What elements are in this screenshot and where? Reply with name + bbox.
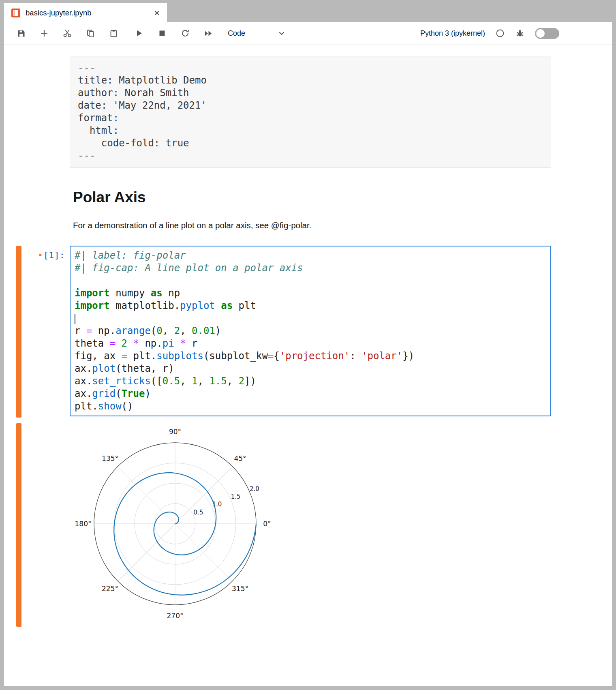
output-collapser-bar[interactable] [16, 423, 21, 627]
svg-text:2.0: 2.0 [250, 485, 259, 493]
code-line: import numpy as np [75, 287, 546, 300]
kernel-status-icon [495, 28, 505, 38]
code-line: import matplotlib.pyplot as plt [75, 300, 546, 312]
code-line [75, 312, 546, 325]
raw-cell-line: author: Norah Smith [78, 87, 543, 99]
svg-text:225°: 225° [102, 585, 118, 593]
code-line: plt.show() [75, 400, 546, 413]
svg-text:135°: 135° [102, 454, 118, 463]
run-cell-icon[interactable] [134, 28, 144, 38]
notebook-toolbar: Code Python 3 (ipykernel) [4, 22, 612, 45]
svg-text:1.0: 1.0 [212, 501, 222, 508]
raw-cell-line: --- [78, 62, 543, 74]
cut-cells-icon[interactable] [62, 28, 72, 38]
code-editor[interactable]: #| label: fig-polar#| fig-cap: A line pl… [70, 246, 551, 416]
svg-text:315°: 315° [232, 585, 248, 593]
notebook-file-icon [11, 9, 20, 17]
simple-mode-toggle[interactable] [535, 28, 559, 39]
restart-kernel-icon[interactable] [180, 28, 190, 38]
tab-bar: basics-jupyter.ipynb × [0, 0, 616, 22]
raw-cell-line: code-fold: true [78, 137, 543, 150]
text-cursor [75, 314, 75, 324]
svg-text:270°: 270° [167, 612, 184, 620]
tab-close-icon[interactable]: × [154, 8, 160, 18]
raw-cell-line: --- [78, 150, 543, 162]
code-line: r = np.arange(0, 2, 0.01) [75, 325, 546, 337]
save-icon[interactable] [16, 28, 26, 38]
code-line: #| label: fig-polar [75, 249, 546, 262]
raw-cell-line: title: Matplotlib Demo [78, 74, 543, 87]
copy-cells-icon[interactable] [86, 28, 95, 38]
yaml-raw-cell[interactable]: ---title: Matplotlib Demoauthor: Norah S… [70, 56, 551, 168]
code-line: #| fig-cap: A line plot on a polar axis [75, 262, 546, 274]
output-cell: 0°45°90°135°180°225°270°315°0.51.01.52.0 [4, 423, 612, 630]
code-line [75, 274, 546, 287]
code-line: ax.grid(True) [75, 388, 546, 400]
code-cell: •[1]: #| label: fig-polar#| fig-cap: A l… [4, 246, 612, 416]
modified-dot: • [38, 250, 43, 260]
notebook-tab[interactable]: basics-jupyter.ipynb × [4, 3, 167, 22]
toolbar-run-group [134, 28, 213, 38]
svg-text:0°: 0° [263, 520, 271, 528]
raw-cell-line: html: [78, 124, 543, 137]
notebook-content: ---title: Matplotlib Demoauthor: Norah S… [4, 45, 612, 686]
interrupt-kernel-icon[interactable] [157, 28, 167, 38]
toolbar-right-group: Python 3 (ipykernel) [420, 28, 559, 39]
chevron-down-icon [279, 32, 284, 35]
svg-text:180°: 180° [75, 520, 92, 528]
jupyterlab-window: basics-jupyter.ipynb × [0, 0, 616, 690]
code-line: ax.set_rticks([0.5, 1, 1.5, 2]) [75, 375, 546, 388]
cell-type-dropdown[interactable]: Code [224, 29, 289, 38]
svg-text:45°: 45° [234, 454, 246, 463]
add-cell-icon[interactable] [39, 28, 49, 38]
markdown-heading: Polar Axis [73, 189, 612, 206]
raw-cell-line: format: [78, 112, 543, 124]
svg-text:1.5: 1.5 [231, 493, 241, 500]
raw-cell-line: date: 'May 22nd, 2021' [78, 99, 543, 112]
cell-type-value: Code [228, 29, 245, 38]
debugger-bug-icon[interactable] [515, 28, 525, 38]
figure-output: 0°45°90°135°180°225°270°315°0.51.01.52.0 [69, 423, 612, 630]
kernel-name[interactable]: Python 3 (ipykernel) [420, 29, 485, 38]
toolbar-left-group [16, 28, 213, 38]
paste-cells-icon[interactable] [109, 28, 118, 38]
tab-title: basics-jupyter.ipynb [26, 9, 149, 17]
execution-prompt: •[1]: [4, 246, 70, 416]
code-line: ax.plot(theta, r) [75, 362, 546, 375]
markdown-paragraph: For a demonstration of a line plot on a … [73, 221, 612, 230]
toggle-knob [536, 29, 545, 38]
code-line: theta = 2 * np.pi * r [75, 337, 546, 350]
svg-text:90°: 90° [169, 428, 181, 436]
polar-plot: 0°45°90°135°180°225°270°315°0.51.01.52.0 [69, 423, 296, 628]
input-collapser-bar[interactable] [16, 246, 21, 418]
code-line: fig, ax = plt.subplots(subplot_kw={'proj… [75, 350, 546, 362]
execution-count: [1]: [43, 250, 65, 260]
svg-text:0.5: 0.5 [193, 509, 203, 516]
restart-run-all-icon[interactable] [203, 28, 213, 38]
